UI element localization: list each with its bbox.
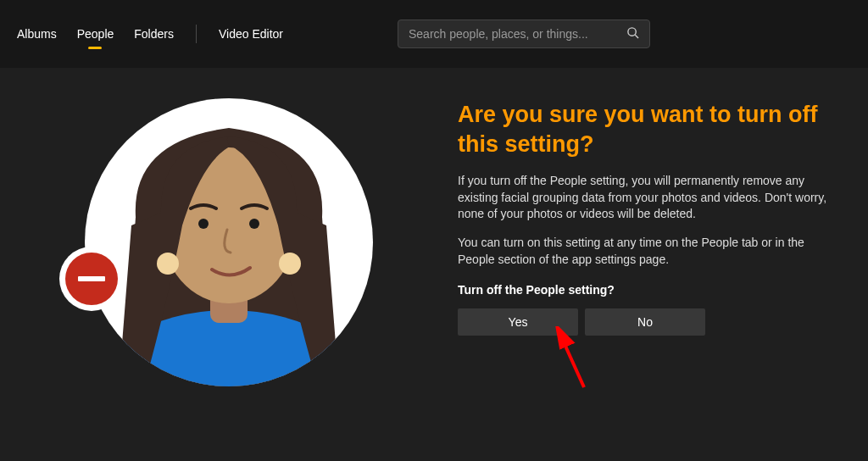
content-area: Are you sure you want to turn off this s… [0, 68, 868, 386]
minus-icon [65, 253, 118, 305]
no-button[interactable]: No [585, 308, 705, 336]
tab-folders[interactable]: Folders [134, 20, 174, 47]
button-row: Yes No [458, 308, 834, 336]
svg-point-9 [157, 253, 179, 275]
search-box[interactable] [398, 19, 650, 48]
app-header: Albums People Folders Video Editor [0, 0, 868, 68]
svg-point-8 [249, 219, 259, 229]
tab-divider [196, 25, 197, 43]
dialog-heading: Are you sure you want to turn off this s… [458, 100, 834, 159]
tab-albums[interactable]: Albums [17, 20, 57, 47]
svg-point-7 [198, 219, 209, 229]
search-icon [626, 26, 639, 42]
search-input[interactable] [409, 27, 626, 41]
dialog-prompt: Turn off the People setting? [458, 283, 834, 297]
dialog-panel: Are you sure you want to turn off this s… [458, 98, 834, 386]
remove-badge [59, 247, 124, 311]
yes-button[interactable]: Yes [458, 308, 578, 336]
avatar-illustration [85, 98, 373, 386]
svg-point-10 [279, 253, 301, 275]
dialog-body-1: If you turn off the People setting, you … [458, 173, 834, 223]
svg-point-0 [628, 27, 636, 35]
svg-line-1 [635, 35, 638, 38]
tab-bar: Albums People Folders Video Editor [17, 20, 283, 47]
illustration-pane [0, 98, 458, 386]
tab-video-editor[interactable]: Video Editor [219, 20, 283, 47]
tab-people[interactable]: People [77, 20, 114, 47]
dialog-body-2: You can turn on this setting at any time… [458, 235, 834, 268]
